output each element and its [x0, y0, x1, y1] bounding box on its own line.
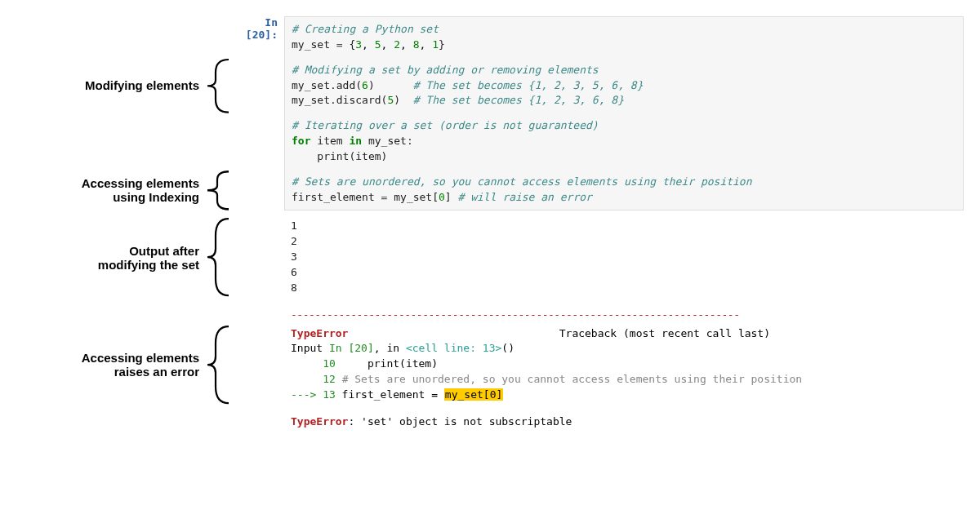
- code-block-modify: # Modifying a set by adding or removing …: [284, 58, 964, 114]
- output-block: 1 2 3 6 8: [284, 215, 964, 299]
- output-row: Output after modifying the set 1 2 3 6 8: [16, 215, 964, 299]
- brace-indexing: [204, 170, 232, 211]
- brace-output: [204, 215, 232, 299]
- output-content: 1 2 3 6 8: [232, 215, 964, 299]
- error-row: Accessing elements raises an error TypeE…: [16, 323, 964, 406]
- code-indexing: # Sets are unordered, so you cannot acce…: [232, 170, 964, 211]
- code-lines-iterate: # Iterating over a set (order is not gua…: [292, 118, 956, 165]
- label-output: Output after modifying the set: [16, 215, 204, 299]
- indexing-row: Accessing elements using Indexing # Sets…: [16, 170, 964, 211]
- code-block-top: # Creating a Python set my_set = {3, 5, …: [284, 16, 964, 58]
- code-header-row: In [20]: # Creating a Python set my_set …: [16, 16, 964, 58]
- error-block: TypeError Traceback (most recent call la…: [284, 323, 964, 406]
- brace-error: [204, 323, 232, 406]
- code-iterate: # Iterating over a set (order is not gua…: [232, 113, 964, 170]
- error-lines: TypeError Traceback (most recent call la…: [291, 326, 957, 403]
- error-final-line: TypeError: 'set' object is not subscript…: [291, 414, 957, 430]
- error-final: TypeError: 'set' object is not subscript…: [284, 411, 964, 433]
- modify-row: Modifying elements # Modifying a set by …: [16, 58, 964, 114]
- code-block-iterate: # Iterating over a set (order is not gua…: [284, 113, 964, 170]
- label-modify: Modifying elements: [16, 58, 204, 114]
- error-sep: ----------------------------------------…: [284, 308, 964, 323]
- code-modify: # Modifying a set by adding or removing …: [232, 58, 964, 114]
- code-block-indexing: # Sets are unordered, so you cannot acce…: [284, 170, 964, 211]
- label-error: Accessing elements raises an error: [16, 323, 204, 406]
- code-lines-modify: # Modifying a set by adding or removing …: [292, 63, 956, 109]
- brace-empty: [204, 16, 232, 58]
- iterate-row: # Iterating over a set (order is not gua…: [16, 113, 964, 170]
- label-indexing: Accessing elements using Indexing: [16, 170, 204, 211]
- input-prompt: In [20]:: [232, 16, 284, 58]
- error-sep-row: ----------------------------------------…: [16, 308, 964, 323]
- code-lines-top: # Creating a Python set my_set = {3, 5, …: [292, 22, 956, 53]
- output-lines: 1 2 3 6 8: [291, 219, 957, 295]
- code-top: In [20]: # Creating a Python set my_set …: [232, 16, 964, 58]
- code-lines-indexing: # Sets are unordered, so you cannot acce…: [292, 175, 956, 206]
- brace-modify: [204, 58, 232, 114]
- label-empty: [16, 16, 204, 58]
- error-final-row: TypeError: 'set' object is not subscript…: [16, 411, 964, 433]
- error-content: TypeError Traceback (most recent call la…: [232, 323, 964, 406]
